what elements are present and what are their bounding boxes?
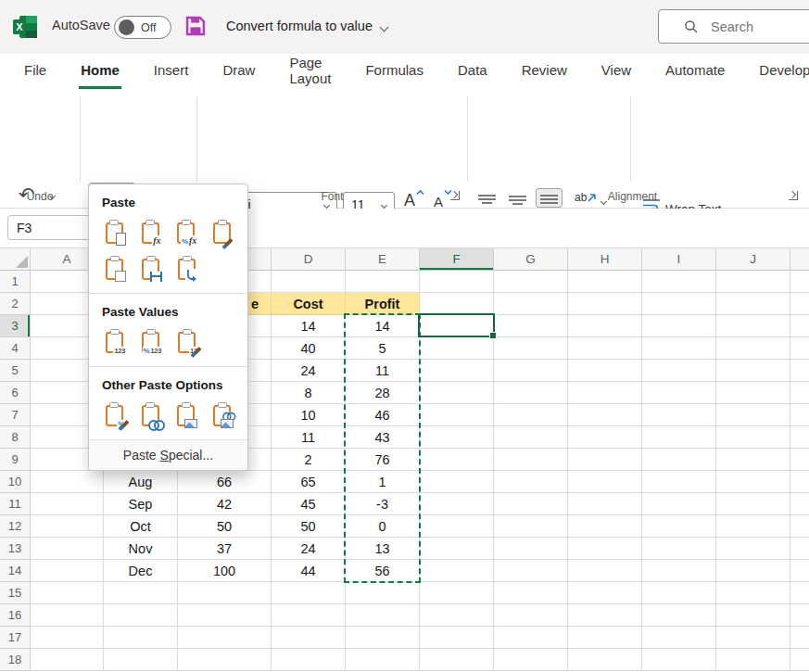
cell-I17[interactable] (642, 627, 716, 649)
cell-G11[interactable] (494, 493, 568, 515)
cell-D17[interactable] (272, 627, 346, 649)
cell-I2[interactable] (642, 293, 716, 315)
cell-G10[interactable] (494, 471, 568, 493)
cell-G1[interactable] (494, 271, 568, 293)
cell-partial-11[interactable] (790, 493, 809, 515)
cell-G16[interactable] (494, 604, 568, 627)
tab-review[interactable]: Review (520, 54, 569, 89)
row-header-7[interactable]: 7 (0, 404, 31, 426)
cell-E16[interactable] (346, 604, 420, 627)
row-header-6[interactable]: 6 (0, 382, 31, 404)
alignment-dialog-launcher[interactable] (789, 191, 798, 200)
cell-J8[interactable] (716, 426, 790, 449)
cell-F7[interactable] (420, 404, 494, 426)
cell-H10[interactable] (568, 471, 642, 493)
row-header-12[interactable]: 12 (0, 515, 31, 538)
column-header-J[interactable]: J (716, 248, 790, 271)
cell-D7[interactable]: 10 (272, 404, 346, 426)
column-header-H[interactable]: H (568, 248, 642, 271)
cell-I4[interactable] (642, 337, 716, 360)
cell-E10[interactable]: 1 (346, 471, 420, 493)
cell-C17[interactable] (178, 627, 272, 649)
cell-F3[interactable] (420, 315, 494, 337)
cell-E2[interactable]: Profit (346, 293, 420, 315)
cell-partial-14[interactable] (790, 560, 809, 582)
cell-I10[interactable] (642, 471, 716, 493)
cell-I3[interactable] (642, 315, 716, 337)
cell-C18[interactable] (178, 649, 272, 671)
cell-J17[interactable] (716, 627, 790, 649)
cell-C16[interactable] (178, 604, 272, 627)
cell-E6[interactable]: 28 (346, 382, 420, 404)
cell-B12[interactable]: Oct (104, 515, 178, 538)
cell-F12[interactable] (420, 515, 494, 538)
cell-J3[interactable] (716, 315, 790, 337)
cell-J4[interactable] (716, 337, 790, 360)
cell-E13[interactable]: 13 (346, 538, 420, 560)
row-header-13[interactable]: 13 (0, 538, 31, 560)
cell-E18[interactable] (346, 649, 420, 671)
cell-H13[interactable] (568, 538, 642, 560)
cell-partial-18[interactable] (790, 649, 809, 671)
cell-F18[interactable] (420, 649, 494, 671)
cell-I16[interactable] (642, 604, 716, 627)
tab-home[interactable]: Home (79, 54, 121, 89)
paste-option-linked-picture-icon[interactable] (209, 403, 234, 428)
cell-F8[interactable] (420, 426, 494, 449)
cell-I12[interactable] (642, 515, 716, 538)
cell-D1[interactable] (272, 271, 346, 293)
cell-D5[interactable]: 24 (272, 360, 346, 382)
cell-G13[interactable] (494, 538, 568, 560)
cell-G12[interactable] (494, 515, 568, 538)
cell-partial-5[interactable] (790, 360, 809, 382)
cell-partial-17[interactable] (790, 627, 809, 649)
cell-H11[interactable] (568, 493, 642, 515)
row-header-4[interactable]: 4 (0, 337, 31, 360)
paste-option-no-borders-icon[interactable] (102, 257, 127, 282)
row-header-16[interactable]: 16 (0, 604, 31, 627)
cell-I15[interactable] (642, 582, 716, 604)
cell-partial-16[interactable] (790, 604, 809, 627)
row-header-11[interactable]: 11 (0, 493, 31, 515)
cell-E9[interactable]: 76 (346, 449, 420, 471)
cell-D18[interactable] (272, 649, 346, 671)
cell-I13[interactable] (642, 538, 716, 560)
cell-E5[interactable]: 11 (346, 360, 420, 382)
cell-I14[interactable] (642, 560, 716, 582)
cell-H16[interactable] (568, 604, 642, 627)
cell-J16[interactable] (716, 604, 790, 627)
cell-J10[interactable] (716, 471, 790, 493)
paste-option-values-source-formatting-icon[interactable]: 12 (174, 330, 199, 355)
cell-B18[interactable] (104, 649, 178, 671)
cell-E7[interactable]: 46 (346, 404, 420, 426)
cell-H7[interactable] (568, 404, 642, 426)
cell-H5[interactable] (568, 360, 642, 382)
cell-D4[interactable]: 40 (272, 337, 346, 360)
cell-E3[interactable]: 14 (346, 315, 420, 337)
cell-I1[interactable] (642, 271, 716, 293)
cell-J9[interactable] (716, 449, 790, 471)
paste-option-values-icon[interactable]: 123 (102, 330, 127, 355)
cell-G7[interactable] (494, 404, 568, 426)
cell-partial-2[interactable] (790, 293, 809, 315)
cell-H1[interactable] (568, 271, 642, 293)
row-header-14[interactable]: 14 (0, 560, 31, 582)
cell-D12[interactable]: 50 (272, 515, 346, 538)
cell-H18[interactable] (568, 649, 642, 671)
cell-partial-9[interactable] (790, 449, 809, 471)
cell-J13[interactable] (716, 538, 790, 560)
search-box[interactable] (658, 9, 809, 44)
paste-option-paste-link-icon[interactable] (138, 403, 163, 428)
cell-E14[interactable]: 56 (346, 560, 420, 582)
cell-partial-8[interactable] (790, 426, 809, 449)
paste-option-formulas-icon[interactable]: fx (138, 221, 163, 246)
cell-G15[interactable] (494, 582, 568, 604)
cell-C14[interactable]: 100 (178, 560, 272, 582)
cell-partial-10[interactable] (790, 471, 809, 493)
cell-G18[interactable] (494, 649, 568, 671)
cell-G17[interactable] (494, 627, 568, 649)
tab-insert[interactable]: Insert (152, 54, 191, 89)
cell-B10[interactable]: Aug (104, 471, 178, 493)
cell-partial-6[interactable] (790, 382, 809, 404)
cell-partial-7[interactable] (790, 404, 809, 426)
